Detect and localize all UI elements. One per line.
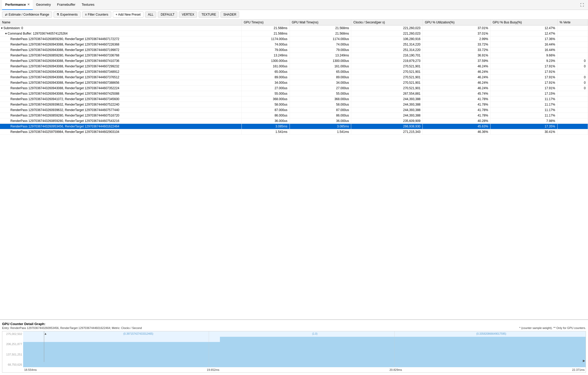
cell-gpu-wall: 21.568ms <box>290 31 351 36</box>
cell-verte <box>557 102 588 107</box>
table-row[interactable]: RenderPass 12970367443260943088, RenderT… <box>0 42 588 47</box>
table-row[interactable]: RenderPass 12970367443260953456, RenderT… <box>0 124 588 129</box>
cell-gpu-wall: 1174.000us <box>290 36 351 42</box>
col-gpu-time[interactable]: GPU Time(ns) <box>241 20 290 25</box>
cell-gpu-util: 46.24% <box>423 86 490 91</box>
cell-gpu-wall: 368.000us <box>290 96 351 102</box>
graph-title: GPU Counter Detail Graph: <box>2 322 586 326</box>
graph-y-axis <box>44 331 44 362</box>
table-row[interactable]: RenderPass 12970367443260943088, RenderT… <box>0 75 588 80</box>
cell-gpu-time: 3.085ms <box>241 124 290 129</box>
cell-gpu-time: 34.000us <box>241 80 290 86</box>
table-row[interactable]: RenderPass 12970367443260859280, RenderT… <box>0 53 588 58</box>
x-label-3: 22.371ms <box>572 368 585 371</box>
cell-clocks: 235,609,909 <box>351 118 423 124</box>
cell-clocks: 267,554,881 <box>351 91 423 96</box>
table-row[interactable]: RenderPass 12970367443260943088, RenderT… <box>0 58 588 64</box>
cell-verte <box>557 53 588 58</box>
tag-default-label: DEFAULT <box>161 13 174 16</box>
table-row[interactable]: RenderPass 12970367443260943088, RenderT… <box>0 91 588 96</box>
table-row[interactable]: RenderPass 12970367443260943088, RenderT… <box>0 64 588 69</box>
tag-shader-button[interactable]: SHADER <box>220 11 239 18</box>
estimate-label: Estimate / Confidence Range <box>9 13 49 16</box>
cell-verte <box>557 113 588 118</box>
table-row[interactable]: ▾ Command Buffer: 12970367440574125264 2… <box>0 31 588 36</box>
cell-gpu-bus: 9.66% <box>490 53 557 58</box>
cell-clocks: 219,879,273 <box>351 58 423 64</box>
tab-framebuffer[interactable]: Framebuffer <box>54 0 79 10</box>
cell-verte: 0 <box>557 64 588 69</box>
tab-textures[interactable]: Textures <box>79 0 97 10</box>
cell-clocks: 266,938,930 <box>351 124 423 129</box>
cell-gpu-time: 13.249ms <box>241 53 290 58</box>
cell-gpu-bus: 17.15% <box>490 91 557 96</box>
table-row[interactable]: RenderPass 12970367443260859280, RenderT… <box>0 118 588 124</box>
cell-gpu-bus: 11.17% <box>490 107 557 113</box>
table-row[interactable]: RenderPass 12970367443260939632, RenderT… <box>0 102 588 107</box>
col-clocks[interactable]: Clocks / Second(per s) <box>351 20 423 25</box>
cell-gpu-bus: 12.47% <box>490 31 557 36</box>
col-name[interactable]: Name <box>0 20 241 25</box>
cell-gpu-util: 41.78% <box>423 102 490 107</box>
estimate-button[interactable]: ⇄ Estimate / Confidence Range <box>2 11 52 18</box>
tag-texture-button[interactable]: TEXTURE <box>199 11 219 18</box>
table-row[interactable]: RenderPass 12970367443260939632, RenderT… <box>0 107 588 113</box>
cell-gpu-bus: 17.91% <box>490 80 557 86</box>
annotation-1: (1.0) <box>312 332 318 335</box>
cell-name: RenderPass 12970367443260943088, RenderT… <box>0 75 241 80</box>
col-gpu-util[interactable]: GPU % Utilization(%) <box>423 20 490 25</box>
cell-clocks: 271,215,343 <box>351 129 423 135</box>
col-gpu-wall[interactable]: GPU Wall Time(ns) <box>290 20 351 25</box>
cell-gpu-time: 87.000us <box>241 107 290 113</box>
expand-icon[interactable]: ⛶ <box>578 2 586 8</box>
tag-all-button[interactable]: ALL <box>145 11 156 18</box>
col-gpu-bus[interactable]: GPU % Bus Busy(%) <box>490 20 557 25</box>
cell-gpu-wall: 1.541ms <box>290 129 351 135</box>
table-row[interactable]: RenderPass 12970367443260943088, RenderT… <box>0 69 588 75</box>
table-row[interactable]: RenderPass 12970367443259759984, RenderT… <box>0 129 588 135</box>
table-row[interactable]: RenderPass 12970367443260859280, RenderT… <box>0 36 588 42</box>
cell-gpu-time: 27.000us <box>241 86 290 91</box>
cell-verte: 0 <box>557 58 588 64</box>
cell-gpu-time: 86.000us <box>241 113 290 118</box>
cell-gpu-wall: 79.000us <box>290 47 351 53</box>
experiments-button[interactable]: ⚗ Experiments <box>54 11 81 18</box>
graph-annotations: (0.397157427433312465) (1.0) (0.33582086… <box>44 332 586 335</box>
cell-clocks: 244,393,388 <box>351 96 423 102</box>
cell-gpu-time: 65.000us <box>241 69 290 75</box>
tab-performance[interactable]: Performance ✕ <box>2 0 33 10</box>
table-container[interactable]: Name GPU Time(ns) GPU Wall Time(ns) Cloc… <box>0 20 588 320</box>
tab-performance-close[interactable]: ✕ <box>27 3 30 6</box>
cell-gpu-wall: 89.000us <box>290 75 351 80</box>
cell-clocks: 244,393,388 <box>351 102 423 107</box>
cell-gpu-bus: 30.41% <box>490 129 557 135</box>
table-row[interactable]: RenderPass 12970367443260943088, RenderT… <box>0 80 588 86</box>
filter-icon: ≡ <box>85 13 87 16</box>
table-row[interactable]: RenderPass 12970367443260941072, RenderT… <box>0 96 588 102</box>
table-row[interactable]: RenderPass 12970367443260943088, RenderT… <box>0 86 588 91</box>
cell-verte <box>557 118 588 124</box>
cell-gpu-wall: 13.249ms <box>290 53 351 58</box>
x-label-0: 18.554ms <box>24 368 37 371</box>
tag-vertex-button[interactable]: VERTEX <box>179 11 197 18</box>
table-header-row: Name GPU Time(ns) GPU Wall Time(ns) Cloc… <box>0 20 588 25</box>
filter-button[interactable]: ≡ Filter Counters <box>82 11 111 18</box>
table-row[interactable]: ▾ Submission: 0 21.568ms 21.568ms 221,26… <box>0 25 588 31</box>
tab-geometry[interactable]: Geometry <box>33 0 54 10</box>
tag-default-button[interactable]: DEFAULT <box>158 11 177 18</box>
table-row[interactable]: RenderPass 12970367443260859280, RenderT… <box>0 113 588 118</box>
grid-line-2 <box>394 331 395 367</box>
cell-verte <box>557 124 588 129</box>
tab-bar: Performance ✕ Geometry Framebuffer Textu… <box>0 0 588 10</box>
cell-gpu-util: 2.99% <box>423 36 490 42</box>
tag-vertex-label: VERTEX <box>182 13 194 16</box>
col-verte[interactable]: % Verte <box>557 20 588 25</box>
cell-gpu-util: 46.24% <box>423 69 490 75</box>
add-preset-button[interactable]: + Add New Preset <box>113 11 143 18</box>
cell-gpu-util: 46.36% <box>423 129 490 135</box>
table-row[interactable]: RenderPass 12970367443260943088, RenderT… <box>0 47 588 53</box>
cell-gpu-util: 41.78% <box>423 107 490 113</box>
cell-gpu-time: 21.568ms <box>241 25 290 31</box>
cell-name: RenderPass 12970367443260941072, RenderT… <box>0 96 241 102</box>
cell-gpu-util: 45.74% <box>423 91 490 96</box>
